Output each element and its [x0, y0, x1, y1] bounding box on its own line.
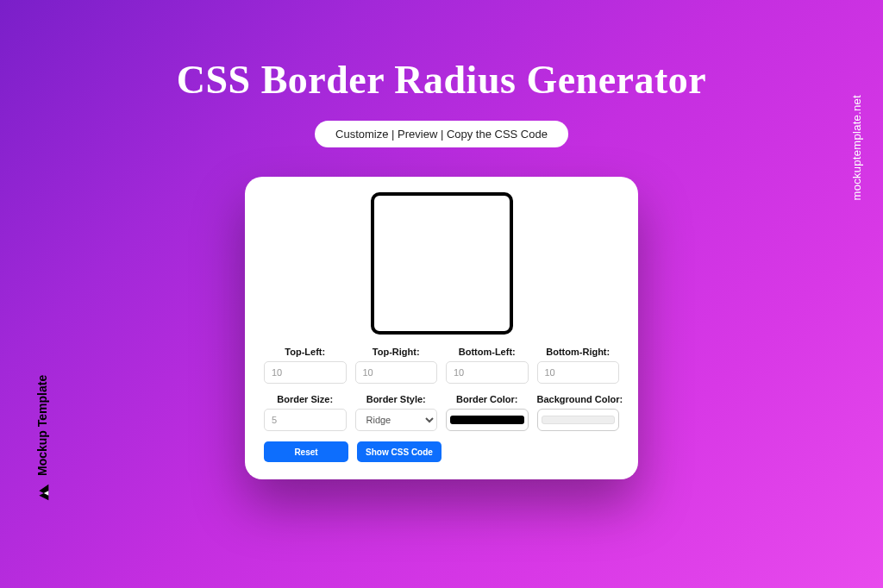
swatch-border-color: [450, 416, 524, 424]
picker-border-color[interactable]: [446, 409, 529, 431]
style-controls-row: Border Size: Border Style: Ridge Border …: [264, 394, 619, 431]
label-border-color: Border Color:: [446, 394, 529, 404]
buttons-row: Reset Show CSS Code: [264, 441, 619, 462]
preview-area: [264, 192, 619, 335]
label-border-style: Border Style:: [355, 394, 438, 404]
label-top-left: Top-Left:: [264, 347, 347, 357]
radius-controls-row: Top-Left: Top-Right: Bottom-Left: Bottom…: [264, 347, 619, 384]
control-border-color: Border Color:: [446, 394, 529, 431]
input-bottom-left[interactable]: [446, 361, 529, 384]
control-bottom-left: Bottom-Left:: [446, 347, 529, 384]
label-background-color: Background Color:: [537, 394, 620, 404]
label-bottom-left: Bottom-Left:: [446, 347, 529, 357]
control-background-color: Background Color:: [537, 394, 620, 431]
label-bottom-right: Bottom-Right:: [537, 347, 620, 357]
generator-card: Top-Left: Top-Right: Bottom-Left: Bottom…: [245, 177, 638, 479]
page-title: CSS Border Radius Generator: [177, 57, 707, 103]
watermark-left: Mockup Template: [33, 375, 52, 502]
control-top-left: Top-Left:: [264, 347, 347, 384]
control-top-right: Top-Right:: [355, 347, 438, 384]
logo-icon: [33, 483, 52, 502]
input-border-size[interactable]: [264, 409, 347, 431]
subtitle-pill: Customize | Preview | Copy the CSS Code: [315, 121, 568, 147]
label-border-size: Border Size:: [264, 394, 347, 404]
label-top-right: Top-Right:: [355, 347, 438, 357]
control-border-style: Border Style: Ridge: [355, 394, 438, 431]
picker-background-color[interactable]: [537, 409, 620, 431]
input-bottom-right[interactable]: [537, 361, 620, 384]
input-top-left[interactable]: [264, 361, 347, 384]
input-top-right[interactable]: [355, 361, 438, 384]
control-bottom-right: Bottom-Right:: [537, 347, 620, 384]
control-border-size: Border Size:: [264, 394, 347, 431]
watermark-left-text: Mockup Template: [35, 375, 49, 476]
reset-button[interactable]: Reset: [264, 441, 348, 462]
select-border-style[interactable]: Ridge: [355, 409, 438, 431]
show-css-button[interactable]: Show CSS Code: [357, 441, 442, 462]
watermark-right: mockuptemplate.net: [850, 95, 863, 200]
swatch-background-color: [542, 416, 616, 424]
preview-box: [371, 192, 513, 335]
